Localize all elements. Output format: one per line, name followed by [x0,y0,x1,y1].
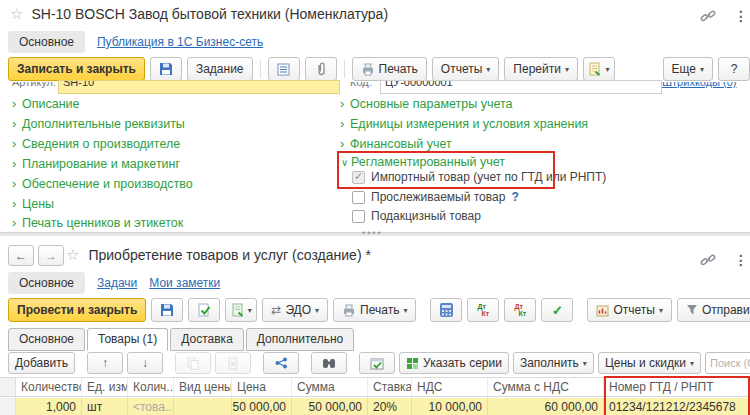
splitter-grip[interactable]: •••• [362,228,383,238]
section-units-storage[interactable]: Единицы измерения и условия хранения [340,116,588,131]
edo-button[interactable]: ЭДО [262,298,328,322]
debit-credit-button[interactable]: ДтКт [467,298,499,322]
tab-doc-goods[interactable]: Товары (1) [87,328,168,351]
section-planning-marketing[interactable]: Планирование и маркетинг [12,156,180,171]
col-vat-rate[interactable]: Ставка... [368,378,412,396]
more-button[interactable]: Еще [663,57,713,81]
traceable-help-link[interactable]: ? [511,190,518,204]
save-icon [160,303,174,317]
link-icon[interactable] [700,9,716,23]
cell-quantity[interactable]: 1,000 [16,398,82,415]
goto-button[interactable]: Перейти [504,57,578,81]
kebab-menu-icon[interactable] [734,8,748,24]
col-unit[interactable]: Ед. изм. [82,378,128,396]
add-row-button[interactable]: Добавить [8,352,75,374]
prices-discounts-button[interactable]: Цены и скидки [598,352,701,374]
chevron-right-icon [340,136,350,151]
col-price[interactable]: Цена [232,378,292,396]
create-based-on-button[interactable] [583,57,615,81]
tab-doc-additional[interactable]: Дополнительно [246,328,354,351]
tab-notes-link[interactable]: Мои заметки [149,276,220,290]
cell-amount-with-vat[interactable]: 60 000,00 [488,398,604,415]
chevron-down-icon [583,359,587,368]
col-amount[interactable]: Сумма [292,378,368,396]
section-manufacturer-info[interactable]: Сведения о производителе [12,136,180,151]
chevron-down-icon [403,306,407,315]
cell-gtd-number[interactable]: 01234/121212/2345678 [604,398,750,415]
series-calendar-button[interactable] [359,352,395,374]
barcodes-link[interactable]: Штрихкоды (0) [662,82,737,90]
search-input[interactable] [706,355,750,371]
tab-doc-delivery[interactable]: Доставка [170,328,244,351]
kebab-menu-icon[interactable] [734,252,748,268]
favorite-star-icon[interactable] [10,5,23,23]
reports-button[interactable]: Отчеты [587,298,672,322]
traceable-goods-checkbox[interactable] [352,191,365,204]
check-document-button[interactable] [541,298,573,322]
debit-credit-alt-button[interactable]: ДтКт [504,298,536,322]
fill-button[interactable]: Заполнить [513,352,594,374]
attachments-button[interactable] [305,57,337,81]
save-and-close-button[interactable]: Записать и закрыть [8,57,145,81]
section-description[interactable]: Описание [12,96,80,111]
col-quantity[interactable]: Количество [16,378,82,396]
delete-row-button[interactable] [215,352,251,374]
move-up-button[interactable] [87,352,123,374]
cell-price-type[interactable] [174,398,232,415]
help-button[interactable]: ? [718,57,750,81]
send-button[interactable]: Отправить [677,298,750,322]
link-icon[interactable] [700,253,716,267]
col-packages[interactable]: Колич... [128,378,174,396]
subordination-structure-button[interactable] [268,57,300,81]
print-button[interactable]: Печать [333,298,416,322]
save-button[interactable] [151,298,183,322]
chevron-right-icon [12,215,22,230]
section-prices[interactable]: Цены [12,196,54,211]
cell-packages[interactable]: <това... [128,398,174,415]
specify-series-button[interactable]: Указать серии [399,352,509,374]
copy-row-button[interactable] [175,352,211,374]
section-financial-accounting[interactable]: Финансовый учет [340,136,452,151]
forward-button[interactable] [38,245,64,266]
tab-main[interactable]: Основное [8,31,85,53]
move-down-button[interactable] [127,352,163,374]
favorite-star-icon[interactable] [66,246,79,264]
goods-table-row[interactable]: 1,000 шт <това... 50 000,00 50 000,00 20… [0,398,750,415]
article-input[interactable]: SH-10 [58,80,340,94]
tab-publication-link[interactable]: Публикация в 1С Бизнес-сеть [97,35,263,49]
back-button[interactable] [8,245,34,266]
row-selector-cell[interactable] [0,398,16,415]
excise-goods-checkbox[interactable] [352,210,365,223]
save-button[interactable] [150,57,182,81]
post-document-button[interactable] [188,298,220,322]
cell-vat[interactable]: 10 000,00 [412,398,488,415]
section-additional-attributes[interactable]: Дополнительные реквизиты [12,116,185,131]
code-input[interactable]: ЦУ-00000001 [380,80,662,94]
reports-button[interactable]: Отчеты [432,57,500,81]
col-vat[interactable]: НДС [412,378,488,396]
section-regulated-accounting[interactable]: Регламентированный учет [341,155,505,169]
share-button[interactable] [263,352,299,374]
tab-tasks-link[interactable]: Задачи [97,276,137,290]
cell-vat-rate[interactable]: 20% [368,398,412,415]
cell-amount[interactable]: 50 000,00 [292,398,368,415]
section-supply-production[interactable]: Обеспечение и производство [12,176,193,191]
col-gtd-number[interactable]: Номер ГТД / РНПТ [604,378,750,396]
cell-unit[interactable]: шт [82,398,128,415]
tab-main[interactable]: Основное [8,272,85,294]
post-and-close-button[interactable]: Провести и закрыть [8,298,146,322]
section-price-tags-labels[interactable]: Печать ценников и этикеток [12,215,183,230]
accounting-accounts-button[interactable] [430,298,462,322]
task-button[interactable]: Задание [187,57,253,81]
debit-credit-alt-icon: ДтКт [515,303,527,317]
import-goods-checkbox[interactable] [352,171,365,184]
pick-goods-button[interactable] [311,352,347,374]
cell-price[interactable]: 50 000,00 [232,398,292,415]
col-amount-with-vat[interactable]: Сумма с НДС [488,378,604,396]
print-button[interactable]: Печать [352,57,427,81]
create-based-on-button[interactable] [225,298,257,322]
section-main-accounting-params[interactable]: Основные параметры учета [340,96,513,111]
create-based-on-icon [588,62,601,76]
col-price-type[interactable]: Вид цены [174,378,232,396]
tab-doc-main[interactable]: Основное [8,328,85,351]
